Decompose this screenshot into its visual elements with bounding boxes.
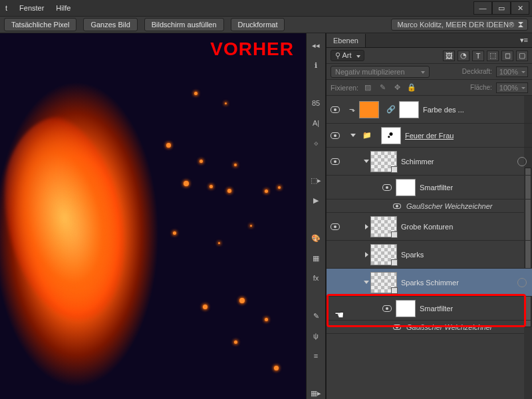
character-panel-icon[interactable]: A|	[309, 118, 323, 128]
smartfilter-row[interactable]: Smartfilter	[327, 176, 532, 200]
window-maximize-button[interactable]: ▭	[492, 1, 511, 15]
filter-entry[interactable]: Gaußscher Weichzeichner	[327, 321, 532, 334]
folder-icon: 📁	[357, 127, 377, 144]
layer-twisty[interactable]	[362, 224, 370, 229]
visibility-toggle[interactable]	[327, 223, 344, 230]
actual-pixels-button[interactable]: Tatsächliche Pixel	[4, 18, 76, 31]
opacity-value[interactable]: 100%	[496, 66, 528, 77]
layers-panel: Ebenen ▾≡ ⚲ Art 🖼 ◔ T ⬚ ◻ ▢ Negativ mult…	[326, 33, 532, 399]
lock-label: Fixieren:	[331, 84, 358, 92]
layer-name[interactable]: Feuer der Frau	[405, 132, 454, 140]
layer-thumb[interactable]	[370, 272, 397, 293]
mask-thumb[interactable]	[399, 101, 419, 118]
canvas[interactable]: VORHER	[0, 33, 306, 399]
smartfilter-label: Smartfilter	[420, 305, 453, 313]
blend-mode-dropdown[interactable]: Negativ multiplizieren	[331, 66, 430, 78]
info-panel-icon[interactable]: ℹ	[309, 60, 323, 70]
panel-icon-a[interactable]: ⬚▸	[309, 176, 323, 186]
visibility-toggle[interactable]	[393, 203, 401, 209]
opacity-label: Deckkraft:	[462, 68, 492, 75]
actions-play-icon[interactable]: ▶	[309, 196, 323, 206]
visibility-toggle[interactable]	[327, 132, 344, 139]
layer-group-row[interactable]: 📁 Feuer der Frau	[327, 124, 532, 148]
lock-transparent-icon[interactable]: ▨	[362, 83, 373, 92]
filter-type-icon[interactable]: T	[472, 51, 484, 61]
menu-item-help[interactable]: Hilfe	[56, 4, 70, 12]
lock-paint-icon[interactable]: ✎	[377, 83, 388, 92]
layer-row[interactable]: Schimmer	[327, 148, 532, 176]
overlay-label: VORHER	[210, 39, 294, 60]
filter-smart-icon[interactable]: ◻	[501, 51, 513, 61]
layer-row[interactable]: Sparks	[327, 241, 532, 269]
layer-thumb[interactable]	[370, 216, 397, 237]
window-minimize-button[interactable]: —	[473, 1, 492, 15]
swatches-panel-icon[interactable]: ▦	[309, 253, 323, 263]
fill-label: Fläche:	[470, 84, 492, 91]
mask-thumb[interactable]	[381, 127, 401, 144]
layer-thumb[interactable]	[370, 244, 397, 265]
fit-screen-button[interactable]: Ganzes Bild	[83, 18, 137, 31]
layer-name[interactable]: Schimmer	[401, 158, 434, 166]
layer-name[interactable]: Grobe Konturen	[401, 223, 453, 231]
layer-twisty[interactable]	[362, 160, 370, 163]
link-icon: 🔗	[386, 105, 396, 114]
visibility-toggle[interactable]	[327, 106, 344, 113]
visibility-toggle[interactable]	[378, 305, 396, 312]
filter-mask-thumb[interactable]	[396, 179, 416, 196]
styles-panel-icon[interactable]: fx	[309, 273, 323, 283]
filter-toggle-icon[interactable]: ▢	[516, 51, 528, 61]
layers-list: ⬎ 🔗 Farbe des ... 📁 Feuer der Frau	[327, 96, 532, 399]
print-size-button[interactable]: Druckformat	[231, 18, 285, 31]
layer-name[interactable]: Sparks Schimmer	[401, 279, 459, 287]
layer-twisty[interactable]	[362, 252, 370, 257]
panel-icon-b[interactable]: ψ	[309, 331, 323, 341]
filter-pixel-icon[interactable]: 🖼	[443, 51, 455, 61]
visibility-toggle[interactable]	[378, 184, 396, 191]
collapsed-panels-strip: ◂◂ ℹ 85 A| ⟐ ⬚▸ ▶ 🎨 ▦ fx ✎ ψ ≡ ▦▸	[306, 33, 326, 399]
visibility-toggle[interactable]	[393, 325, 401, 330]
workspace-switcher[interactable]: Marco Kolditz, MEER DER IDEEN®	[391, 19, 528, 31]
panel-menu-icon[interactable]: ▾≡	[516, 36, 532, 45]
canvas-image	[0, 33, 306, 399]
layer-thumb[interactable]	[370, 151, 397, 172]
layer-filter-kind-dropdown[interactable]: ⚲ Art	[331, 50, 364, 61]
layer-row[interactable]: ⬎ 🔗 Farbe des ...	[327, 96, 532, 124]
lock-move-icon[interactable]: ✥	[392, 83, 402, 92]
filter-adjust-icon[interactable]: ◔	[458, 51, 469, 61]
filter-name: Gaußscher Weichzeichner	[406, 323, 492, 331]
filter-entry[interactable]: Gaußscher Weichzeichner	[327, 200, 532, 213]
lock-all-icon[interactable]: 🔒	[406, 83, 417, 92]
layers-tab[interactable]: Ebenen	[327, 34, 366, 47]
menu-item[interactable]: t	[5, 4, 7, 12]
filter-shape-icon[interactable]: ⬚	[487, 51, 499, 61]
color-panel-icon[interactable]: 🎨	[309, 233, 323, 243]
filter-name: Gaußscher Weichzeichner	[406, 202, 492, 210]
layer-name[interactable]: Farbe des ...	[423, 106, 464, 114]
menu-bar: t Fenster Hilfe	[0, 0, 532, 16]
options-bar: Tatsächliche Pixel Ganzes Bild Bildschir…	[0, 16, 532, 33]
fill-value[interactable]: 100%	[496, 82, 528, 93]
visibility-toggle[interactable]	[327, 158, 344, 165]
smart-object-icon	[517, 157, 527, 166]
layer-row-selected[interactable]: Sparks Schimmer	[327, 269, 532, 297]
menu-item-window[interactable]: Fenster	[19, 4, 44, 12]
panel-icon-c[interactable]: ≡	[309, 350, 323, 361]
panel-icon-d[interactable]: ▦▸	[309, 388, 323, 399]
collapse-toggle-icon[interactable]: ◂◂	[309, 40, 323, 51]
layer-name[interactable]: Sparks	[401, 251, 424, 259]
window-close-button[interactable]: ✕	[511, 1, 529, 15]
smartfilter-label: Smartfilter	[420, 184, 453, 192]
brush-panel-icon[interactable]: ✎	[309, 311, 323, 321]
layer-twisty[interactable]	[362, 281, 370, 284]
fill-screen-button[interactable]: Bildschirm ausfüllen	[144, 18, 224, 31]
smart-object-icon	[517, 278, 527, 287]
smartfilter-row[interactable]: Smartfilter	[327, 297, 532, 321]
paragraph-panel-icon[interactable]: ⟐	[309, 138, 323, 148]
filter-mask-thumb[interactable]	[396, 300, 416, 317]
layer-thumb[interactable]	[359, 101, 379, 118]
layer-row[interactable]: Grobe Konturen	[327, 213, 532, 241]
group-twisty[interactable]	[349, 134, 357, 137]
glyphs-panel-icon[interactable]: 85	[309, 98, 323, 108]
